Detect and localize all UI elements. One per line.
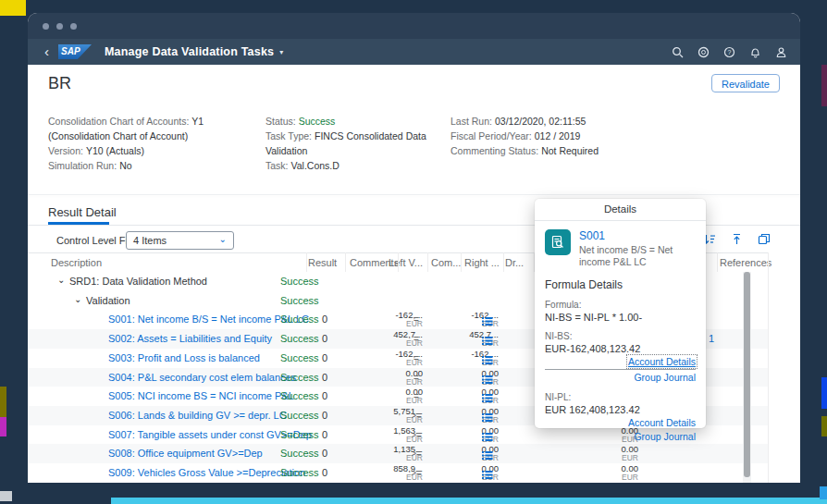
comparison-operator: = bbox=[400, 353, 433, 363]
result-status: Success bbox=[280, 448, 319, 459]
drilldown-icon[interactable] bbox=[482, 313, 493, 330]
app-title-caret-icon[interactable]: ▾ bbox=[279, 48, 283, 56]
profile-icon[interactable] bbox=[775, 46, 787, 58]
group-description: SRD1: Data Validation Method bbox=[69, 276, 207, 287]
status-value: Success bbox=[299, 116, 336, 127]
deco-purple-bar-right bbox=[821, 65, 827, 106]
account-details-link[interactable]: Account Details bbox=[628, 356, 696, 367]
result-status: Success bbox=[280, 276, 319, 287]
export-icon[interactable] bbox=[758, 233, 771, 245]
validation-rule-link[interactable]: S003: Profit and Loss is balanced bbox=[108, 352, 260, 363]
deco-olive-bar-right bbox=[821, 416, 827, 436]
validation-rule-link[interactable]: S001: Net income B/S = Net income P&L LC bbox=[108, 313, 309, 325]
collapse-all-icon[interactable] bbox=[731, 233, 743, 245]
validation-rule-link[interactable]: S002: Assets = Liabilities and Equity bbox=[108, 333, 272, 344]
drilldown-icon[interactable] bbox=[482, 372, 493, 388]
nipl-value: EUR 162,408,123.42 bbox=[545, 404, 696, 415]
comments-count[interactable]: 0 bbox=[322, 333, 327, 344]
col-left-value[interactable]: Left V... bbox=[376, 257, 423, 268]
result-status: Success bbox=[280, 372, 319, 383]
notifications-icon[interactable] bbox=[749, 46, 761, 58]
control-level-filter-select[interactable]: 4 Items ⌄ bbox=[126, 231, 234, 250]
comments-count[interactable]: 0 bbox=[322, 372, 327, 383]
col-result[interactable]: Result bbox=[308, 257, 337, 268]
extra-value: 0.00EUR bbox=[583, 445, 638, 462]
comparison-operator: >= bbox=[400, 468, 433, 478]
back-button[interactable]: ‹ bbox=[44, 43, 49, 59]
help-icon[interactable]: ? bbox=[723, 46, 735, 58]
window-control-dot[interactable] bbox=[56, 23, 63, 30]
fact-last-run: Last Run:03/12/2020, 02:11:55 bbox=[451, 114, 663, 129]
app-title[interactable]: Manage Data Validation Tasks bbox=[105, 45, 274, 58]
tab-result-detail[interactable]: Result Detail bbox=[48, 205, 117, 219]
drilldown-icon[interactable] bbox=[482, 352, 493, 369]
result-status: Success bbox=[280, 352, 319, 363]
fact-chart-of-accounts: Consolidation Chart of Accounts:Y1 (Cons… bbox=[48, 114, 253, 143]
account-details-link[interactable]: Account Details bbox=[628, 417, 696, 428]
currency-label: EUR bbox=[583, 473, 638, 482]
validation-rule-link[interactable]: S004: P&L secondary cost elem balances bbox=[108, 372, 296, 383]
table-scrollbar[interactable] bbox=[743, 272, 751, 483]
col-references[interactable]: References bbox=[720, 257, 771, 268]
drilldown-icon[interactable] bbox=[482, 410, 493, 426]
col-description[interactable]: Description bbox=[51, 257, 102, 268]
formula-details-heading: Formula Details bbox=[545, 268, 696, 291]
group-journal-link[interactable]: Group Journal bbox=[634, 431, 696, 442]
popup-object-id[interactable]: S001 bbox=[579, 229, 696, 242]
deco-gray-square-bottom-left bbox=[0, 491, 12, 501]
col-drilldown[interactable]: Dr... bbox=[505, 257, 524, 268]
formula-label: Formula: bbox=[545, 300, 696, 310]
popup-object-description: Net income B/S = Net income P&L LC bbox=[579, 244, 696, 268]
comments-count[interactable]: 0 bbox=[322, 467, 327, 478]
comments-count[interactable]: 0 bbox=[322, 352, 327, 363]
copilot-icon[interactable] bbox=[697, 46, 710, 58]
window-titlebar bbox=[28, 13, 800, 39]
validation-rule-link[interactable]: S006: Lands & building GV >= depr. LC bbox=[108, 410, 287, 421]
drilldown-icon[interactable] bbox=[482, 448, 493, 464]
result-status: Success bbox=[280, 333, 319, 344]
deco-blue-square-bottom-right bbox=[820, 486, 827, 499]
col-right-value[interactable]: Right ... bbox=[464, 257, 500, 268]
comparison-operator: >= bbox=[400, 411, 433, 421]
validation-rule-link[interactable]: S008: Office equipment GV>=Dep bbox=[108, 448, 263, 459]
expand-chevron-icon[interactable]: ⌄ bbox=[57, 275, 65, 285]
result-status: Success bbox=[280, 390, 319, 401]
drilldown-icon[interactable] bbox=[482, 390, 493, 407]
comparison-operator: = bbox=[400, 314, 433, 325]
formula-value: NI-BS = NI-PL * 1.00- bbox=[545, 312, 696, 323]
comments-count[interactable]: 0 bbox=[322, 410, 327, 421]
fact-version: Version:Y10 (Actuals) bbox=[48, 143, 253, 158]
drilldown-icon[interactable] bbox=[482, 429, 493, 446]
window-control-dot[interactable] bbox=[43, 23, 49, 30]
comparison-operator: >= bbox=[400, 449, 433, 459]
chevron-down-icon: ⌄ bbox=[219, 234, 227, 244]
col-comparison[interactable]: Com... bbox=[431, 257, 461, 268]
currency-label: EUR bbox=[583, 454, 638, 462]
fact-status: Status:Success bbox=[265, 114, 451, 129]
fact-task: Task:Val.Cons.D bbox=[265, 158, 451, 173]
search-icon[interactable] bbox=[672, 46, 684, 58]
svg-text:?: ? bbox=[728, 49, 732, 55]
sap-logo[interactable]: SAP bbox=[58, 44, 92, 59]
comments-count[interactable]: 0 bbox=[322, 448, 327, 459]
filter-selected-value: 4 Items bbox=[133, 235, 167, 246]
validation-rule-link[interactable]: S009: Vehicles Gross Value >=Depreciatio… bbox=[108, 467, 305, 478]
comments-count[interactable]: 0 bbox=[322, 313, 327, 325]
window-control-dot[interactable] bbox=[70, 23, 77, 30]
revalidate-button[interactable]: Revalidate bbox=[711, 74, 780, 92]
group-journal-link[interactable]: Group Journal bbox=[634, 372, 696, 383]
drilldown-icon[interactable] bbox=[482, 333, 493, 350]
drilldown-icon[interactable] bbox=[482, 467, 493, 483]
comments-count[interactable]: 0 bbox=[322, 390, 327, 401]
popup-title: Details bbox=[535, 199, 706, 221]
scrollbar-thumb[interactable] bbox=[744, 272, 750, 477]
deco-magenta-bar-left bbox=[0, 417, 6, 436]
extra-value: 0.00EUR bbox=[583, 464, 638, 482]
comments-count[interactable]: 0 bbox=[322, 429, 327, 440]
result-status: Success bbox=[280, 313, 319, 325]
deco-yellow-square bbox=[0, 0, 26, 16]
fact-simulation-run: Simulation Run:No bbox=[48, 158, 253, 173]
validation-rule-link[interactable]: S005: NCI income BS = NCI income P&L bbox=[108, 390, 294, 401]
expand-chevron-icon[interactable]: ⌄ bbox=[74, 294, 81, 304]
deco-blue-bar-right bbox=[821, 377, 827, 409]
